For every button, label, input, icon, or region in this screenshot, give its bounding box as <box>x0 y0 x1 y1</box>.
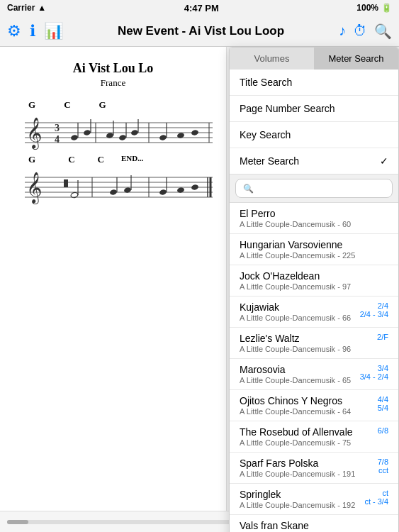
result-item[interactable]: Vals fran SkaneA Little Couple-Dancemusi… <box>230 515 398 532</box>
result-title: Ojitos Chinos Y Negros <box>240 395 360 406</box>
result-badge: 2/F <box>360 333 388 341</box>
svg-point-11 <box>70 134 78 140</box>
battery-icon: 🔋 <box>381 3 392 13</box>
result-sub: A Little Couple-Dancemusik - 225 <box>240 251 388 260</box>
result-title: Jock O'Hazeldean <box>240 270 388 282</box>
result-sub: A Little Couple-Dancemusik - 75 <box>240 438 360 447</box>
svg-rect-35 <box>64 179 68 187</box>
carrier-label: Carrier <box>7 3 35 13</box>
status-time: 4:47 PM <box>184 3 219 13</box>
tab-meter-search[interactable]: Meter Search <box>314 48 398 70</box>
svg-point-21 <box>159 134 167 140</box>
result-item[interactable]: El PerroA Little Couple-Dancemusik - 60 <box>230 203 398 234</box>
label-c2: C <box>68 154 74 165</box>
result-badge: 6/8 <box>360 426 388 435</box>
result-badge: 2/4 2/4 - 3/4 <box>360 301 388 318</box>
result-text: Jock O'HazeldeanA Little Couple-Dancemus… <box>240 270 388 291</box>
staff-labels-2: G C C END... <box>11 154 215 165</box>
search-box-container: 🔍 <box>230 174 398 203</box>
result-sub: A Little Couple-Dancemusik - 96 <box>240 345 360 353</box>
result-item[interactable]: The Rosebud of AllenvaleA Little Couple-… <box>230 421 398 453</box>
menu-item-label: Title Search <box>240 77 292 88</box>
svg-point-42 <box>159 189 167 195</box>
svg-text:𝄞: 𝄞 <box>26 172 42 205</box>
menu-item-label: Page Number Search <box>240 103 335 114</box>
search-box: 🔍 <box>235 179 393 198</box>
result-item[interactable]: Jock O'HazeldeanA Little Couple-Dancemus… <box>230 265 398 297</box>
svg-point-17 <box>118 134 126 140</box>
result-sub: A Little Couple-Dancemusik - 65 <box>240 376 360 384</box>
result-title: Vals fran Skane <box>240 520 388 531</box>
svg-text:4: 4 <box>55 134 60 145</box>
menu-item-meter-search[interactable]: Meter Search ✓ <box>230 148 398 174</box>
result-text: Lezlie's WaltzA Little Couple-Dancemusik… <box>240 333 360 353</box>
result-sub: A Little Couple-Dancemusik - 97 <box>240 282 388 291</box>
svg-point-38 <box>109 189 117 195</box>
result-item[interactable]: Ojitos Chinos Y NegrosA Little Couple-Da… <box>230 390 398 421</box>
sheet-music-area: Ai Vist Lou Lo France G C G 𝄞 3 4 <box>0 47 227 511</box>
menu-items: Title Search Page Number Search Key Sear… <box>230 70 398 174</box>
menu-item-label: Key Search <box>240 129 291 140</box>
result-text: El PerroA Little Couple-Dancemusik - 60 <box>240 208 388 228</box>
result-title: Kujawiak <box>240 301 360 313</box>
result-title: Sparf Fars Polska <box>240 458 360 469</box>
result-item[interactable]: MarosoviaA Little Couple-Dancemusik - 65… <box>230 359 398 390</box>
svg-point-24 <box>191 129 198 135</box>
result-item[interactable]: Hungarian VarsovienneA Little Couple-Dan… <box>230 234 398 265</box>
result-sub: A Little Couple-Dancemusik - 66 <box>240 314 360 322</box>
dropdown-panel: Volumes Meter Search Title Search Page N… <box>229 47 399 532</box>
result-title: Springlek <box>240 489 360 500</box>
result-text: The Rosebud of AllenvaleA Little Couple-… <box>240 426 360 447</box>
sheet-subtitle: France <box>11 77 215 89</box>
info-icon[interactable]: ℹ <box>30 22 35 40</box>
result-sub: A Little Couple-Dancemusik - 60 <box>240 220 388 228</box>
clock-icon[interactable]: ⏱ <box>353 23 367 39</box>
page-title: New Event - Ai Vist Lou Loop <box>63 24 339 38</box>
result-sub: A Little Couple-Dancemusik - 64 <box>240 407 360 416</box>
wifi-icon: ▲ <box>38 3 46 13</box>
status-left: Carrier ▲ <box>7 3 46 13</box>
staff-1: 𝄞 3 4 <box>11 112 216 151</box>
result-title: Hungarian Varsovienne <box>240 239 388 250</box>
nav-icons-right: ♪ ⏱ 🔍 <box>339 23 392 40</box>
result-item[interactable]: Sparf Fars PolskaA Little Couple-Dancemu… <box>230 453 398 484</box>
result-badge: 7/8 cct <box>360 458 388 475</box>
menu-item-label: Meter Search <box>240 155 299 167</box>
result-badge: 3/4 3/4 - 2/4 <box>360 364 388 381</box>
result-title: Marosovia <box>240 364 360 375</box>
label-c1: C <box>64 99 70 111</box>
result-title: The Rosebud of Allenvale <box>240 426 360 438</box>
search-icon[interactable]: 🔍 <box>374 23 392 40</box>
result-text: Vals fran SkaneA Little Couple-Dancemusi… <box>240 520 388 532</box>
result-text: KujawiakA Little Couple-Dancemusik - 66 <box>240 301 360 322</box>
svg-text:𝄞: 𝄞 <box>26 117 42 150</box>
label-g1: G <box>28 99 35 111</box>
tab-volumes[interactable]: Volumes <box>230 48 314 70</box>
result-item[interactable]: Lezlie's WaltzA Little Couple-Dancemusik… <box>230 328 398 359</box>
settings-icon[interactable]: ⚙ <box>7 22 21 40</box>
svg-point-45 <box>191 184 198 190</box>
music-icon[interactable]: ♪ <box>339 23 346 39</box>
result-item[interactable]: SpringlekA Little Couple-Dancemusik - 19… <box>230 484 398 515</box>
staff-2: 𝄞 <box>11 167 216 206</box>
result-badge: ct ct - 3/4 <box>360 489 388 506</box>
result-sub: A Little Couple-Dancemusik - 191 <box>240 470 360 478</box>
nav-icons-left: ⚙ ℹ 📊 <box>7 22 63 40</box>
search-input[interactable] <box>258 183 385 194</box>
menu-item-key-search[interactable]: Key Search <box>230 122 398 148</box>
menu-item-page-number-search[interactable]: Page Number Search <box>230 96 398 122</box>
label-g2: G <box>99 99 106 111</box>
result-item[interactable]: KujawiakA Little Couple-Dancemusik - 662… <box>230 297 398 328</box>
svg-point-13 <box>83 129 91 135</box>
search-box-icon: 🔍 <box>243 184 254 194</box>
chart-icon[interactable]: 📊 <box>44 22 63 40</box>
result-text: MarosoviaA Little Couple-Dancemusik - 65 <box>240 364 360 384</box>
result-title: El Perro <box>240 208 388 219</box>
result-badge: 4/4 5/4 <box>360 395 388 412</box>
menu-item-title-search[interactable]: Title Search <box>230 70 398 96</box>
scroll-thumb[interactable] <box>7 520 28 524</box>
result-text: SpringlekA Little Couple-Dancemusik - 19… <box>240 489 360 509</box>
dropdown-tabs: Volumes Meter Search <box>230 48 398 70</box>
result-text: Sparf Fars PolskaA Little Couple-Dancemu… <box>240 458 360 478</box>
label-c3: C <box>98 154 104 165</box>
